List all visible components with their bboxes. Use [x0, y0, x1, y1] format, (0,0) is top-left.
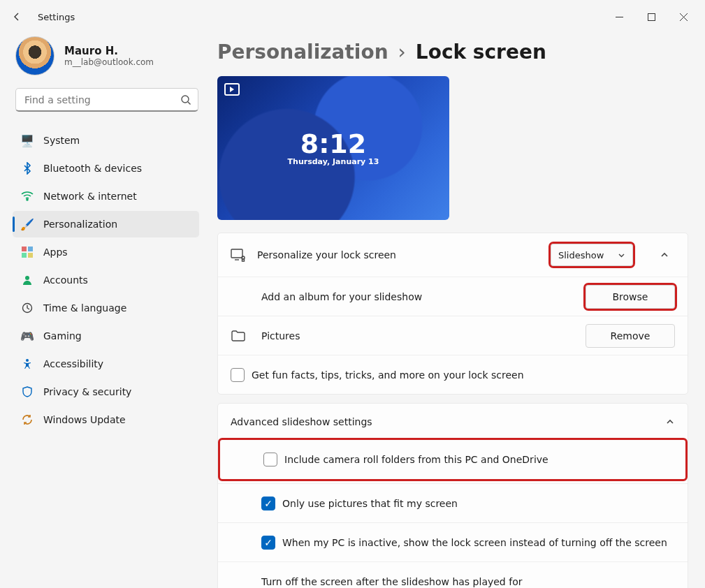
minimize-icon — [616, 13, 623, 21]
chevron-up-icon — [665, 417, 675, 427]
camera-roll-checkbox[interactable] — [263, 453, 277, 466]
turn-off-label: Turn off the screen after the slideshow … — [261, 576, 675, 587]
back-button[interactable] — [6, 6, 28, 28]
wifi-icon — [21, 190, 34, 203]
sidebar-item-update[interactable]: Windows Update — [13, 406, 199, 433]
person-icon — [21, 274, 34, 286]
breadcrumb-current: Lock screen — [416, 41, 546, 64]
lockscreen-mode-dropdown[interactable]: Slideshow — [551, 244, 633, 266]
chevron-up-icon — [660, 250, 669, 260]
personalize-label: Personalize your lock screen — [257, 249, 539, 260]
fit-screen-checkbox[interactable]: ✓ — [261, 497, 275, 510]
advanced-title: Advanced slideshow settings — [231, 416, 372, 427]
inactive-label: When my PC is inactive, show the lock sc… — [282, 537, 667, 548]
sidebar-item-accounts[interactable]: Accounts — [13, 267, 199, 293]
fit-screen-label: Only use pictures that fit my screen — [282, 498, 458, 509]
search-icon — [180, 94, 191, 105]
advanced-header[interactable]: Advanced slideshow settings — [218, 404, 688, 440]
apps-icon — [21, 246, 34, 258]
personalize-row: Personalize your lock screen Slideshow — [218, 233, 688, 277]
sidebar-item-gaming[interactable]: 🎮 Gaming — [13, 323, 199, 349]
svg-rect-3 — [22, 247, 27, 251]
breadcrumb-separator: › — [398, 41, 406, 64]
album-folder-row: Pictures Remove — [218, 316, 688, 355]
gamepad-icon: 🎮 — [21, 330, 34, 342]
sidebar-item-label: Accessibility — [43, 358, 103, 369]
system-icon: 🖥️ — [21, 134, 34, 147]
sidebar-item-label: Time & language — [43, 302, 126, 314]
arrow-left-icon — [11, 11, 22, 22]
lockscreen-preview: 8:12 Thursday, January 13 — [217, 76, 449, 220]
sidebar-item-label: Bluetooth & devices — [43, 163, 142, 174]
turn-off-row: Turn off the screen after the slideshow … — [218, 561, 688, 588]
monitor-lock-icon — [231, 247, 246, 263]
collapse-button[interactable] — [654, 244, 675, 265]
sidebar-item-label: Windows Update — [43, 414, 126, 425]
sidebar-item-label: Apps — [43, 247, 68, 258]
funfacts-label: Get fun facts, tips, tricks, and more on… — [252, 369, 524, 381]
inactive-checkbox[interactable]: ✓ — [261, 536, 275, 550]
svg-point-2 — [27, 199, 28, 200]
funfacts-row[interactable]: Get fun facts, tips, tricks, and more on… — [218, 355, 688, 394]
user-email: m__lab@outlook.com — [64, 57, 154, 67]
main-content: Personalization › Lock screen 8:12 Thurs… — [213, 34, 705, 588]
clock-icon — [21, 302, 34, 314]
titlebar: Settings — [0, 0, 705, 34]
album-folder-name: Pictures — [261, 330, 574, 341]
play-icon — [224, 83, 240, 96]
sidebar-item-label: Accounts — [43, 274, 88, 286]
svg-point-9 — [26, 359, 29, 362]
window-title: Settings — [38, 12, 75, 22]
sidebar-item-accessibility[interactable]: Accessibility — [13, 351, 199, 377]
sidebar-item-label: Network & internet — [43, 191, 137, 202]
add-album-row: Add an album for your slideshow Browse — [218, 277, 688, 316]
svg-point-1 — [182, 96, 189, 103]
dropdown-value: Slideshow — [558, 250, 604, 260]
maximize-button[interactable] — [635, 6, 667, 28]
close-icon — [680, 13, 688, 21]
preview-date: Thursday, January 13 — [288, 157, 379, 166]
folder-icon — [231, 328, 246, 344]
nav: 🖥️ System Bluetooth & devices Network & … — [13, 127, 213, 433]
sidebar-item-privacy[interactable]: Privacy & security — [13, 378, 199, 405]
svg-rect-0 — [648, 13, 655, 20]
funfacts-checkbox[interactable] — [231, 368, 245, 382]
sidebar-item-apps[interactable]: Apps — [13, 239, 199, 265]
advanced-card: Advanced slideshow settings Include came… — [217, 403, 688, 588]
minimize-button[interactable] — [603, 6, 635, 28]
svg-point-7 — [25, 276, 29, 280]
camera-roll-label: Include camera roll folders from this PC… — [284, 454, 548, 465]
chevron-down-icon — [618, 251, 625, 259]
sidebar-item-label: Personalization — [43, 219, 117, 230]
add-album-label: Add an album for your slideshow — [261, 291, 574, 302]
sidebar-item-time[interactable]: Time & language — [13, 295, 199, 321]
inactive-row[interactable]: ✓ When my PC is inactive, show the lock … — [218, 522, 688, 561]
fit-screen-row[interactable]: ✓ Only use pictures that fit my screen — [218, 483, 688, 522]
svg-rect-6 — [28, 253, 33, 258]
sidebar-item-label: Privacy & security — [43, 386, 131, 397]
camera-roll-row[interactable]: Include camera roll folders from this PC… — [220, 440, 685, 479]
update-icon — [21, 413, 34, 426]
search-box[interactable] — [15, 88, 198, 112]
accessibility-icon — [21, 358, 34, 370]
preview-time: 8:12 — [300, 131, 367, 157]
sidebar-item-personalization[interactable]: 🖌️ Personalization — [13, 211, 199, 237]
svg-rect-4 — [28, 247, 33, 251]
avatar — [15, 36, 54, 75]
sidebar-item-bluetooth[interactable]: Bluetooth & devices — [13, 155, 199, 182]
sidebar-item-label: Gaming — [43, 330, 82, 341]
breadcrumb-parent[interactable]: Personalization — [217, 41, 388, 64]
sidebar-item-system[interactable]: 🖥️ System — [13, 127, 199, 154]
shield-icon — [21, 385, 34, 398]
personalize-card: Personalize your lock screen Slideshow A… — [217, 233, 688, 395]
svg-rect-5 — [22, 253, 27, 258]
user-name: Mauro H. — [64, 45, 154, 57]
close-button[interactable] — [667, 6, 699, 28]
maximize-icon — [648, 13, 655, 21]
profile[interactable]: Mauro H. m__lab@outlook.com — [13, 36, 213, 75]
browse-button[interactable]: Browse — [586, 285, 675, 309]
search-input[interactable] — [15, 88, 198, 112]
paintbrush-icon: 🖌️ — [21, 218, 34, 230]
sidebar-item-network[interactable]: Network & internet — [13, 183, 199, 210]
remove-button[interactable]: Remove — [586, 324, 675, 348]
